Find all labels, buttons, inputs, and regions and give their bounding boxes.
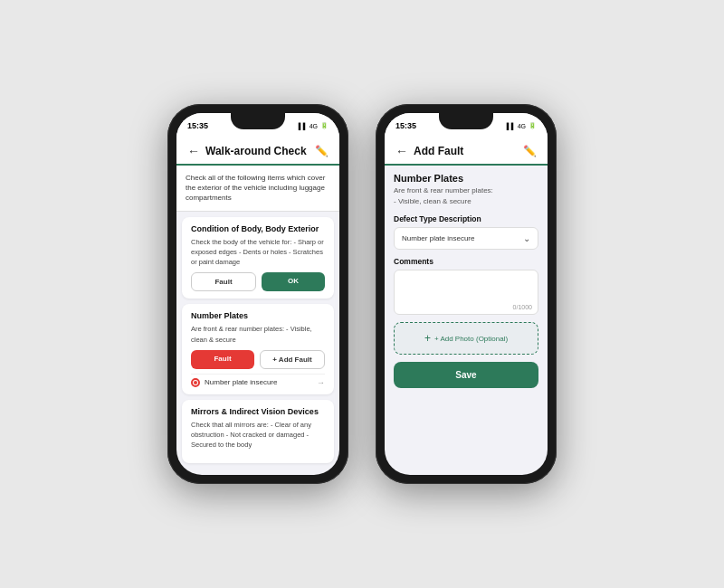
defect-select[interactable]: Number plate insecure ⌄ bbox=[394, 227, 538, 250]
left-edit-icon[interactable]: ✏️ bbox=[315, 145, 329, 157]
section-body-condition: Condition of Body, Body Exterior Check t… bbox=[182, 217, 334, 299]
fault-arrow-icon[interactable]: → bbox=[317, 378, 325, 387]
intro-text: Check all of the following items which c… bbox=[176, 166, 339, 212]
number-plates-title: Number Plates bbox=[191, 311, 325, 320]
left-status-bar: 15:35 ▌▌ 4G 🔋 bbox=[176, 113, 339, 138]
right-section-desc: Are front & rear number plates:- Visible… bbox=[394, 185, 538, 207]
mirrors-text: Check that all mirrors are: - Clear of a… bbox=[191, 420, 325, 450]
right-header-title: Add Fault bbox=[414, 145, 518, 157]
left-screen-content: Check all of the following items which c… bbox=[176, 166, 339, 475]
left-header: ← Walk-around Check ✏️ bbox=[176, 138, 339, 166]
body-fault-button[interactable]: Fault bbox=[191, 272, 256, 291]
left-screen: 15:35 ▌▌ 4G 🔋 ← Walk-around Check ✏️ Che… bbox=[176, 113, 339, 475]
save-button[interactable]: Save bbox=[394, 362, 538, 388]
defect-selected-value: Number plate insecure bbox=[402, 234, 474, 242]
left-time: 15:35 bbox=[187, 121, 208, 130]
right-phone: 15:35 ▌▌ 4G 🔋 ← Add Fault ✏️ Number Plat… bbox=[376, 104, 557, 484]
right-section-title: Number Plates bbox=[394, 173, 538, 184]
section-body-text: Check the body of the vehicle for: - Sha… bbox=[191, 237, 325, 268]
section-number-plates: Number Plates Are front & rear number pl… bbox=[182, 304, 334, 394]
right-notch bbox=[439, 113, 493, 129]
number-plates-buttons: Fault + Add Fault bbox=[191, 350, 325, 369]
comments-block: Comments 0/1000 bbox=[394, 257, 538, 315]
right-status-icons: ▌▌ 4G 🔋 bbox=[507, 122, 537, 129]
right-signal: ▌▌ 4G bbox=[507, 123, 526, 129]
phones-container: 15:35 ▌▌ 4G 🔋 ← Walk-around Check ✏️ Che… bbox=[167, 104, 557, 484]
add-photo-label: + Add Photo (Optional) bbox=[434, 335, 508, 343]
fault-label: Number plate insecure bbox=[205, 378, 312, 386]
right-battery-icon: 🔋 bbox=[529, 122, 537, 129]
section-mirrors: Mirrors & Indirect Vision Devices Check … bbox=[182, 400, 334, 463]
number-plates-text: Are front & rear number plates: - Visibl… bbox=[191, 324, 325, 345]
section-body-title: Condition of Body, Body Exterior bbox=[191, 224, 325, 233]
defect-label: Defect Type Description bbox=[394, 214, 538, 223]
left-status-icons: ▌▌ 4G 🔋 bbox=[299, 122, 329, 129]
right-section-block: Number Plates Are front & rear number pl… bbox=[394, 173, 538, 207]
chevron-down-icon: ⌄ bbox=[523, 233, 530, 243]
comments-count: 0/1000 bbox=[513, 304, 532, 310]
right-back-button[interactable]: ← bbox=[395, 144, 408, 158]
comments-textarea-wrapper: 0/1000 bbox=[394, 270, 538, 315]
right-screen-content: Number Plates Are front & rear number pl… bbox=[385, 166, 548, 475]
body-ok-button[interactable]: OK bbox=[262, 272, 325, 291]
right-status-bar: 15:35 ▌▌ 4G 🔋 bbox=[385, 113, 548, 138]
left-back-button[interactable]: ← bbox=[187, 144, 200, 158]
mirrors-title: Mirrors & Indirect Vision Devices bbox=[191, 407, 325, 416]
plates-fault-button[interactable]: Fault bbox=[191, 350, 254, 369]
plates-add-fault-button[interactable]: + Add Fault bbox=[260, 350, 325, 369]
section-body-buttons: Fault OK bbox=[191, 272, 325, 291]
plus-icon: + bbox=[424, 332, 431, 345]
left-signal: ▌▌ 4G bbox=[299, 123, 318, 129]
right-screen: 15:35 ▌▌ 4G 🔋 ← Add Fault ✏️ Number Plat… bbox=[385, 113, 548, 475]
right-header: ← Add Fault ✏️ bbox=[385, 138, 548, 166]
battery-icon: 🔋 bbox=[320, 122, 329, 129]
left-header-title: Walk-around Check bbox=[205, 145, 310, 157]
right-edit-icon[interactable]: ✏️ bbox=[523, 145, 537, 157]
defect-type-block: Defect Type Description Number plate ins… bbox=[394, 214, 538, 250]
fault-dot-icon bbox=[191, 378, 200, 387]
add-photo-button[interactable]: + + Add Photo (Optional) bbox=[394, 322, 538, 355]
right-time: 15:35 bbox=[395, 121, 416, 130]
fault-item: Number plate insecure → bbox=[191, 374, 325, 387]
notch bbox=[231, 113, 285, 129]
comments-label: Comments bbox=[394, 257, 538, 266]
left-phone: 15:35 ▌▌ 4G 🔋 ← Walk-around Check ✏️ Che… bbox=[167, 104, 348, 484]
